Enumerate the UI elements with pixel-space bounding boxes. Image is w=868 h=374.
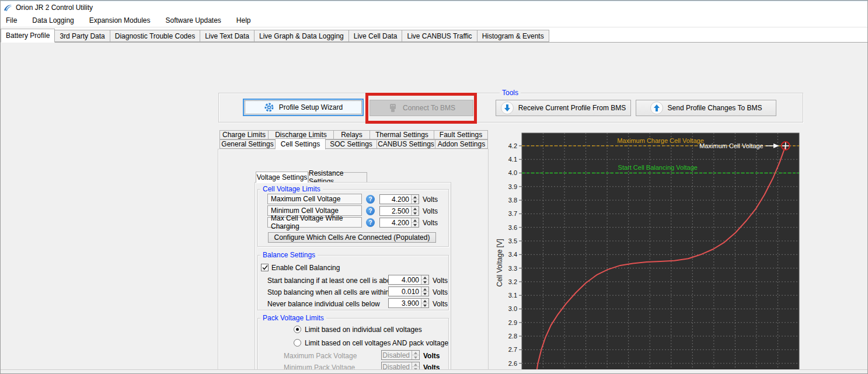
tab-diagnostic-trouble-codes[interactable]: Diagnostic Trouble Codes <box>110 30 200 42</box>
tab-fault-settings[interactable]: Fault Settings <box>434 130 488 139</box>
download-arrow-icon <box>501 102 514 114</box>
svg-text:Maximum Cell Voltage: Maximum Cell Voltage <box>699 142 763 149</box>
tab-cell-settings[interactable]: Cell Settings <box>276 138 326 149</box>
svg-text:3.1: 3.1 <box>508 292 517 299</box>
svg-text:3.4: 3.4 <box>508 251 517 258</box>
receive-profile-button[interactable]: Receive Current Profile From BMS <box>496 100 631 116</box>
enable-cell-balancing-label: Enable Cell Balancing <box>271 264 340 272</box>
never-balance-spinner[interactable]: 3.900 <box>388 298 429 308</box>
window-title: Orion JR 2 Control Utility <box>16 4 93 12</box>
tab-battery-profile[interactable]: Battery Profile <box>1 29 55 43</box>
svg-text:2.6: 2.6 <box>508 360 517 367</box>
tab-general-settings[interactable]: General Settings <box>219 139 276 149</box>
enable-cell-balancing-checkbox[interactable] <box>261 264 269 271</box>
svg-text:Maximum Charge Cell Voltage: Maximum Charge Cell Voltage <box>617 137 704 144</box>
settings-tab-row-1: Charge Limits Discharge Limits Relays Th… <box>219 130 488 139</box>
spin-up-icon <box>412 351 419 355</box>
volts-unit-label: Volts <box>433 300 448 308</box>
spin-up-icon[interactable] <box>421 275 428 279</box>
svg-text:3.9: 3.9 <box>508 183 517 190</box>
menu-help[interactable]: Help <box>236 16 251 25</box>
spin-up-icon <box>412 362 419 366</box>
tab-relays[interactable]: Relays <box>334 130 370 139</box>
connect-to-bms-button[interactable]: Connect To BMS <box>369 100 473 116</box>
spin-up-icon[interactable] <box>421 287 428 291</box>
tab-voltage-settings[interactable]: Voltage Settings <box>256 172 308 183</box>
max-cell-voltage-charging-label-button[interactable]: Max Cell Voltage While Charging <box>267 217 362 228</box>
menu-data-logging[interactable]: Data Logging <box>32 16 74 25</box>
volts-unit-label: Volts <box>423 207 438 215</box>
maximum-cell-voltage-spinner[interactable]: 4.200 <box>379 194 419 204</box>
tab-canbus-settings[interactable]: CANBUS Settings <box>377 139 435 149</box>
tab-live-text-data[interactable]: Live Text Data <box>200 30 255 42</box>
volts-unit-label: Volts <box>423 352 440 360</box>
svg-text:2.8: 2.8 <box>508 333 517 340</box>
tab-live-canbus-traffic[interactable]: Live CANBUS Traffic <box>402 30 477 42</box>
limit-cell-and-pack-radio[interactable] <box>294 339 301 347</box>
volts-unit-label: Volts <box>423 195 438 204</box>
spin-up-icon[interactable] <box>421 299 428 303</box>
help-icon[interactable]: ? <box>366 218 375 227</box>
volts-unit-label: Volts <box>423 219 438 227</box>
menu-file[interactable]: File <box>6 16 17 25</box>
cell-voltage-chart: 4.24.14.03.93.83.73.63.53.43.33.23.13.02… <box>494 130 806 374</box>
configure-cells-button[interactable]: Configure Which Cells Are Connected (Pop… <box>268 232 436 243</box>
never-balance-label: Never balance individual cells below <box>267 300 380 308</box>
profile-setup-wizard-button[interactable]: Profile Setup Wizard <box>243 99 364 116</box>
maximum-pack-voltage-spinner: Disabled <box>381 350 420 360</box>
spin-down-icon[interactable] <box>421 279 428 284</box>
spin-down-icon[interactable] <box>421 291 428 296</box>
max-cell-voltage-charging-spinner[interactable]: 4.200 <box>379 218 419 228</box>
svg-text:4.0: 4.0 <box>508 169 517 176</box>
tab-3rd-party-data[interactable]: 3rd Party Data <box>55 30 110 42</box>
maximum-pack-voltage-label: Maximum Pack Voltage <box>284 352 357 360</box>
tab-live-graph-data-logging[interactable]: Live Graph & Data Logging <box>255 30 349 42</box>
spin-down-icon[interactable] <box>412 199 419 204</box>
profile-setup-wizard-label: Profile Setup Wizard <box>279 103 343 111</box>
svg-text:2.7: 2.7 <box>508 346 517 353</box>
main-tab-strip: Battery Profile 3rd Party Data Diagnosti… <box>1 27 867 43</box>
maximum-cell-voltage-label-button[interactable]: Maximum Cell Voltage <box>267 194 362 204</box>
menu-software-updates[interactable]: Software Updates <box>165 16 221 25</box>
tab-resistance-settings[interactable]: Resistance Settings <box>308 172 367 183</box>
volts-unit-label: Volts <box>433 288 448 296</box>
spin-down-icon[interactable] <box>412 222 419 227</box>
send-profile-button[interactable]: Send Profile Changes To BMS <box>636 100 776 116</box>
svg-text:3.2: 3.2 <box>508 278 517 285</box>
svg-text:Start Cell Balancing Voltage: Start Cell Balancing Voltage <box>618 164 698 171</box>
volts-unit-label: Volts <box>433 277 448 285</box>
spin-up-icon[interactable] <box>412 207 419 211</box>
stop-balancing-spinner[interactable]: 0.010 <box>388 286 429 296</box>
tab-addon-settings[interactable]: Addon Settings <box>435 139 488 149</box>
menu-bar: File Data Logging Expansion Modules Soft… <box>1 13 867 27</box>
spin-down-icon <box>412 355 419 359</box>
stop-balancing-label: Stop balancing when all cells are within <box>267 288 389 296</box>
spin-down-icon[interactable] <box>412 211 419 215</box>
start-balancing-spinner[interactable]: 4.000 <box>388 275 429 285</box>
tab-soc-settings[interactable]: SOC Settings <box>326 139 377 149</box>
spin-up-icon[interactable] <box>412 195 419 199</box>
spin-down-icon[interactable] <box>421 303 428 307</box>
limit-individual-cells-radio[interactable] <box>294 326 301 333</box>
usb-plug-icon <box>388 103 398 113</box>
tab-histogram-events[interactable]: Histogram & Events <box>477 30 549 42</box>
svg-text:3.7: 3.7 <box>508 210 517 217</box>
gear-icon <box>264 102 274 113</box>
svg-text:4.2: 4.2 <box>508 142 517 149</box>
tab-thermal-settings[interactable]: Thermal Settings <box>370 130 434 139</box>
tab-charge-limits[interactable]: Charge Limits <box>219 130 269 139</box>
menu-expansion-modules[interactable]: Expansion Modules <box>89 16 151 25</box>
receive-profile-label: Receive Current Profile From BMS <box>518 104 626 112</box>
title-bar: Orion JR 2 Control Utility <box>1 1 867 13</box>
help-icon[interactable]: ? <box>366 207 375 215</box>
help-icon[interactable]: ? <box>366 195 375 204</box>
pack-voltage-limits-title: Pack Voltage Limits <box>260 314 326 322</box>
minimum-cell-voltage-spinner[interactable]: 2.500 <box>379 206 419 216</box>
start-balancing-label: Start balancing if at least one cell is … <box>267 277 398 285</box>
window-bottom-edge <box>1 369 867 374</box>
svg-text:4.1: 4.1 <box>508 156 517 163</box>
spin-up-icon[interactable] <box>412 218 419 222</box>
svg-text:2.9: 2.9 <box>508 319 517 326</box>
tab-live-cell-data[interactable]: Live Cell Data <box>349 30 403 42</box>
limit-individual-cells-label: Limit based on individual cell voltages <box>305 326 422 334</box>
